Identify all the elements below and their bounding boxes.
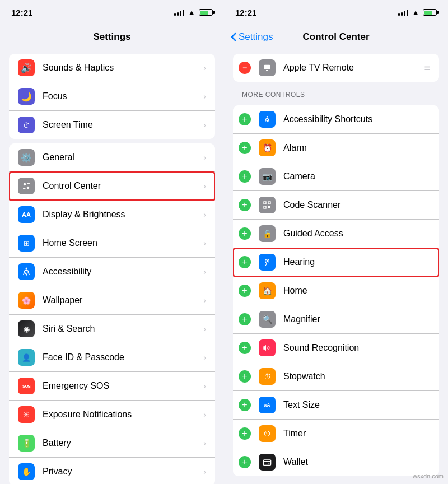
- settings-row-faceid[interactable]: 👤 Face ID & Passcode ›: [9, 343, 215, 372]
- screen-time-icon: ⏱: [18, 117, 35, 133]
- add-guided-access-button[interactable]: +: [239, 227, 251, 240]
- add-alarm-button[interactable]: +: [239, 142, 251, 154]
- settings-row-control-center[interactable]: Control Center ›: [9, 172, 215, 201]
- text-size-icon: aA: [259, 397, 276, 413]
- general-label: General: [43, 152, 201, 162]
- exposure-label: Exposure Notifications: [43, 409, 201, 420]
- exposure-icon: ✳: [18, 406, 35, 423]
- settings-row-home[interactable]: + 🏠 Home: [233, 277, 439, 305]
- chevron-focus: ›: [203, 92, 206, 101]
- settings-row-focus[interactable]: 🌙 Focus ›: [9, 82, 215, 111]
- settings-row-siri[interactable]: ◉ Siri & Search ›: [9, 315, 215, 343]
- accessibility-icon: [18, 263, 35, 280]
- chevron-home-screen: ›: [203, 239, 206, 248]
- privacy-icon: ✋: [18, 463, 35, 480]
- settings-row-apple-tv[interactable]: − Apple TV Remote ≡: [233, 54, 439, 82]
- home-label: Home: [283, 286, 430, 296]
- settings-row-magnifier[interactable]: + 🔍 Magnifier: [233, 305, 439, 334]
- back-button[interactable]: Settings: [231, 31, 273, 43]
- camera-label: Camera: [283, 171, 430, 182]
- camera-icon: 📷: [259, 168, 276, 185]
- nav-bar-right: Settings Control Center: [224, 25, 448, 49]
- remove-apple-tv-button[interactable]: −: [239, 62, 251, 74]
- left-panel-title: Settings: [93, 31, 130, 43]
- nav-bar-left: Settings: [0, 25, 224, 49]
- included-controls-section: − Apple TV Remote ≡: [233, 54, 439, 82]
- add-camera-button[interactable]: +: [239, 170, 251, 183]
- svg-point-7: [267, 116, 268, 118]
- display-label: Display & Brightness: [43, 210, 201, 220]
- settings-row-wallet[interactable]: + Wallet: [233, 448, 439, 476]
- home-icon: 🏠: [259, 282, 276, 299]
- svg-rect-8: [264, 202, 266, 204]
- settings-row-sounds[interactable]: 🔊 Sounds & Haptics ›: [9, 54, 215, 82]
- settings-row-wallpaper[interactable]: 🌸 Wallpaper ›: [9, 286, 215, 315]
- status-bar-left: 12:21 ▲: [0, 0, 224, 25]
- settings-row-stopwatch[interactable]: + ⏱ Stopwatch: [233, 362, 439, 391]
- alarm-label: Alarm: [283, 143, 430, 153]
- add-magnifier-button[interactable]: +: [239, 313, 251, 325]
- settings-row-battery[interactable]: 🔋 Battery ›: [9, 429, 215, 458]
- settings-row-accessibility-shortcuts[interactable]: + Accessibility Shortcuts: [233, 105, 439, 134]
- watermark: wsxdn.com: [413, 473, 444, 480]
- right-panel-title: Control Center: [303, 31, 370, 43]
- settings-row-emergency[interactable]: SOS Emergency SOS ›: [9, 372, 215, 401]
- settings-row-privacy[interactable]: ✋ Privacy ›: [9, 458, 215, 484]
- time-right: 12:21: [235, 8, 256, 17]
- add-hearing-button[interactable]: +: [239, 256, 251, 268]
- settings-row-alarm[interactable]: + ⏰ Alarm: [233, 134, 439, 162]
- add-text-size-button[interactable]: +: [239, 399, 251, 411]
- back-chevron-icon: [231, 32, 236, 41]
- code-scanner-label: Code Scanner: [283, 200, 430, 210]
- settings-section-mid: ⚙️ General › Control Center › AA Display…: [9, 143, 215, 484]
- time-left: 12:21: [11, 8, 32, 17]
- add-code-scanner-button[interactable]: +: [239, 199, 251, 211]
- chevron-privacy: ›: [203, 467, 206, 476]
- add-timer-button[interactable]: +: [239, 427, 251, 440]
- home-screen-label: Home Screen: [43, 238, 201, 248]
- timer-icon: ⏲: [259, 425, 276, 442]
- settings-row-exposure[interactable]: ✳ Exposure Notifications ›: [9, 401, 215, 429]
- emergency-label: Emergency SOS: [43, 381, 201, 391]
- settings-row-timer[interactable]: + ⏲ Timer: [233, 420, 439, 448]
- wifi-right-icon: ▲: [412, 8, 419, 17]
- battery-right-icon: [423, 9, 437, 16]
- svg-point-1: [27, 187, 30, 189]
- control-center-list: − Apple TV Remote ≡ MORE CONTROLS + Acce…: [224, 49, 448, 484]
- status-bar-right: 12:21 ▲: [224, 0, 448, 25]
- svg-rect-2: [27, 183, 30, 184]
- settings-list: 🔊 Sounds & Haptics › 🌙 Focus › ⏱ Screen …: [0, 49, 224, 484]
- settings-row-general[interactable]: ⚙️ General ›: [9, 143, 215, 172]
- home-screen-icon: ⊞: [18, 235, 35, 252]
- magnifier-icon: 🔍: [259, 311, 276, 328]
- settings-row-code-scanner[interactable]: + Code Scanner: [233, 191, 439, 220]
- chevron-faceid: ›: [203, 353, 206, 362]
- settings-row-accessibility[interactable]: Accessibility ›: [9, 258, 215, 286]
- wallet-icon: [259, 454, 276, 471]
- chevron-accessibility: ›: [203, 267, 206, 276]
- settings-row-sound-recognition[interactable]: + Sound Recognition: [233, 334, 439, 362]
- add-stopwatch-button[interactable]: +: [239, 370, 251, 383]
- add-wallet-button[interactable]: +: [239, 456, 251, 468]
- settings-row-home-screen[interactable]: ⊞ Home Screen ›: [9, 229, 215, 258]
- siri-icon: ◉: [18, 320, 35, 337]
- stopwatch-label: Stopwatch: [283, 371, 430, 381]
- svg-point-17: [268, 463, 269, 464]
- settings-row-camera[interactable]: + 📷 Camera: [233, 162, 439, 191]
- settings-row-screen-time[interactable]: ⏱ Screen Time ›: [9, 111, 215, 139]
- settings-row-display[interactable]: AA Display & Brightness ›: [9, 201, 215, 229]
- settings-row-guided-access[interactable]: + 🔒 Guided Access: [233, 220, 439, 248]
- add-sound-recognition-button[interactable]: +: [239, 342, 251, 354]
- control-center-icon: [18, 178, 35, 194]
- add-accessibility-shortcuts-button[interactable]: +: [239, 113, 251, 125]
- svg-rect-13: [268, 207, 269, 208]
- chevron-emergency: ›: [203, 381, 206, 390]
- add-home-button[interactable]: +: [239, 285, 251, 297]
- guided-access-label: Guided Access: [283, 229, 430, 239]
- svg-point-4: [26, 268, 27, 269]
- focus-icon: 🌙: [18, 88, 35, 105]
- settings-row-text-size[interactable]: + aA Text Size: [233, 391, 439, 420]
- apple-tv-icon: [259, 59, 276, 76]
- code-scanner-icon: [259, 197, 276, 213]
- settings-row-hearing[interactable]: + Hearing: [233, 248, 439, 277]
